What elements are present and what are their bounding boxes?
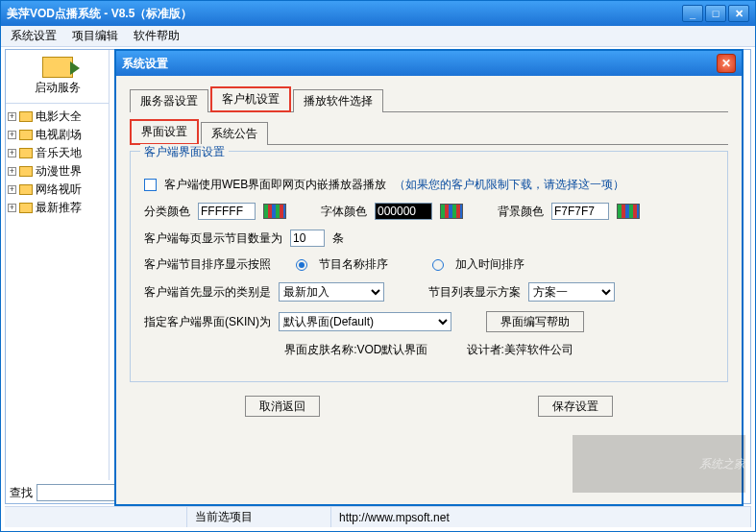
bg-color-picker[interactable] <box>617 204 640 219</box>
tree-item[interactable]: +动漫世界 <box>8 162 107 181</box>
bg-color-input[interactable] <box>551 203 609 220</box>
skin-name-text: 界面皮肤名称:VOD默认界面 <box>284 342 427 358</box>
skin-help-button[interactable]: 界面编写帮助 <box>486 311 584 332</box>
search-label: 查找 <box>10 485 33 501</box>
start-service-label: 启动服务 <box>35 80 81 96</box>
statusbar: 当前选项目 http://www.mpsoft.net <box>5 506 751 527</box>
expand-icon[interactable]: + <box>8 185 16 194</box>
tab-system-notice[interactable]: 系统公告 <box>201 122 268 145</box>
perpage-label: 客户端每页显示节目数量为 <box>144 230 282 247</box>
group-legend: 客户端界面设置 <box>140 144 229 160</box>
status-url: http://www.mpsoft.net <box>331 507 751 527</box>
save-button[interactable]: 保存设置 <box>538 396 613 417</box>
tab-client-settings[interactable]: 客户机设置 <box>210 86 291 112</box>
expand-icon[interactable]: + <box>8 131 16 139</box>
main-titlebar: 美萍VOD点播系统 - V8.5（标准版） _ □ ✕ <box>1 1 755 26</box>
dialog-title: 系统设置 <box>122 56 717 72</box>
sort-label: 客户端节目排序显示按照 <box>144 256 271 273</box>
dialog-close-button[interactable]: ✕ <box>717 54 736 73</box>
skin-label: 指定客户端界面(SKIN)为 <box>144 314 271 330</box>
font-color-picker[interactable] <box>440 204 463 219</box>
category-tree: +电影大全 +电视剧场 +音乐天地 +动漫世界 +网络视听 +最新推荐 <box>6 104 109 221</box>
folder-icon <box>19 166 33 177</box>
tree-item[interactable]: +网络视听 <box>8 181 107 199</box>
category-color-input[interactable] <box>198 203 256 220</box>
folder-icon <box>19 203 33 213</box>
bg-color-label: 背景颜色 <box>498 204 544 220</box>
status-current-item: 当前选项目 <box>187 507 331 527</box>
minimize-button[interactable]: _ <box>682 5 703 22</box>
client-ui-group: 客户端界面设置 客户端使用WEB界面即网页内嵌播放器播放 （如果您的客户机限制下… <box>130 151 728 382</box>
menu-help[interactable]: 软件帮助 <box>128 26 185 46</box>
folder-icon <box>19 148 33 158</box>
list-scheme-select[interactable]: 方案一 <box>528 282 615 302</box>
perpage-input[interactable] <box>290 230 325 247</box>
expand-icon[interactable]: + <box>8 149 16 157</box>
tree-item[interactable]: +电影大全 <box>8 108 107 126</box>
folder-icon <box>19 184 33 195</box>
tab-ui-settings[interactable]: 界面设置 <box>130 119 199 145</box>
font-color-label: 字体颜色 <box>321 204 367 220</box>
category-color-label: 分类颜色 <box>144 204 190 220</box>
designer-text: 设计者:美萍软件公司 <box>467 342 573 358</box>
menubar: 系统设置 项目编辑 软件帮助 <box>1 26 755 47</box>
expand-icon[interactable]: + <box>8 167 16 176</box>
window-title: 美萍VOD点播系统 - V8.5（标准版） <box>7 6 682 22</box>
menu-system[interactable]: 系统设置 <box>5 26 62 46</box>
status-cell <box>5 507 187 527</box>
camera-icon <box>42 57 73 78</box>
settings-dialog: 系统设置 ✕ 服务器设置 客户机设置 播放软件选择 界面设置 系统公告 客户端界… <box>114 49 744 506</box>
tree-item[interactable]: +电视剧场 <box>8 126 107 144</box>
cancel-button[interactable]: 取消返回 <box>245 396 320 417</box>
expand-icon[interactable]: + <box>8 204 16 212</box>
tree-item[interactable]: +音乐天地 <box>8 144 107 162</box>
first-category-label: 客户端首先显示的类别是 <box>144 284 271 301</box>
start-service-button[interactable]: 启动服务 <box>6 50 109 104</box>
menu-project[interactable]: 项目编辑 <box>66 26 124 46</box>
sort-by-time-label: 加入时间排序 <box>455 256 524 273</box>
first-category-select[interactable]: 最新加入 <box>279 282 384 302</box>
folder-icon <box>19 111 33 122</box>
tab-player-select[interactable]: 播放软件选择 <box>293 89 383 112</box>
perpage-unit: 条 <box>332 230 344 247</box>
skin-select[interactable]: 默认界面(Default) <box>279 312 451 331</box>
expand-icon[interactable]: + <box>8 112 16 121</box>
sort-by-time-radio[interactable] <box>432 259 444 271</box>
tree-item[interactable]: +最新推荐 <box>8 199 107 217</box>
folder-icon <box>19 130 33 140</box>
maximize-button[interactable]: □ <box>705 5 726 22</box>
tab-row-1: 服务器设置 客户机设置 播放软件选择 <box>130 85 728 112</box>
sort-by-name-radio[interactable] <box>296 259 307 271</box>
sort-by-name-label: 节目名称排序 <box>319 256 388 273</box>
category-color-picker[interactable] <box>263 204 286 219</box>
close-button[interactable]: ✕ <box>728 5 749 22</box>
web-ui-hint: （如果您的客户机限制下载，请选择这一项） <box>394 177 624 193</box>
sidebar: 启动服务 +电影大全 +电视剧场 +音乐天地 +动漫世界 +网络视听 +最新推荐 <box>6 50 110 480</box>
dialog-titlebar: 系统设置 ✕ <box>116 51 742 76</box>
font-color-input[interactable] <box>375 203 432 220</box>
tab-server-settings[interactable]: 服务器设置 <box>130 89 208 112</box>
web-ui-checkbox[interactable] <box>144 179 157 191</box>
web-ui-checkbox-label: 客户端使用WEB界面即网页内嵌播放器播放 <box>164 177 386 193</box>
list-scheme-label: 节目列表显示方案 <box>428 284 521 301</box>
tab-row-2: 界面设置 系统公告 <box>130 118 728 145</box>
